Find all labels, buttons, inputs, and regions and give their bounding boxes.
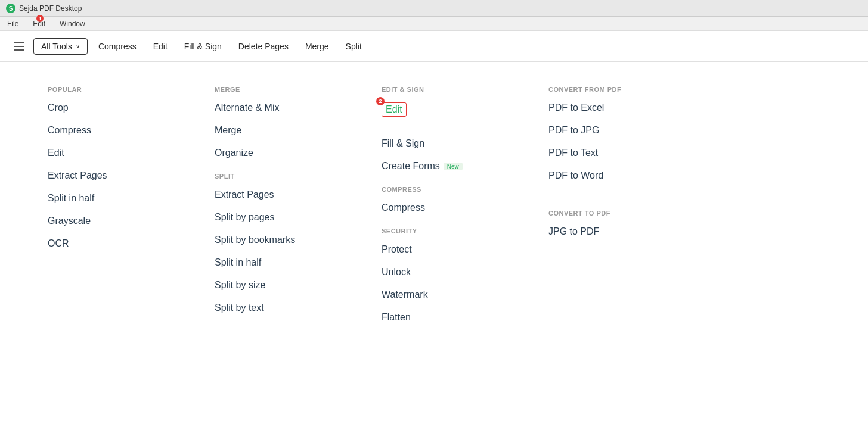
toolbar-split[interactable]: Split (340, 39, 368, 54)
step-badge-2: 2 (376, 97, 385, 105)
column-convert: CONVERT FROM PDF PDF to Excel PDF to JPG… (537, 86, 703, 335)
category-convert-to: CONVERT TO PDF (548, 210, 692, 217)
toolbar-compress[interactable]: Compress (92, 39, 142, 54)
tool-extract-pages-split[interactable]: Extract Pages (215, 189, 358, 200)
app-logo: S (6, 4, 16, 13)
tool-create-forms[interactable]: Create Forms New (382, 161, 525, 172)
category-split: SPLIT (215, 173, 358, 180)
tool-split-by-pages[interactable]: Split by pages (215, 212, 358, 223)
tool-ocr[interactable]: OCR (48, 238, 191, 249)
menu-file[interactable]: File (5, 18, 21, 29)
all-tools-button[interactable]: All Tools ∨ (33, 38, 88, 55)
column-popular: POPULAR Crop Compress Edit Extract Pages… (36, 86, 203, 335)
column-merge-split: MERGE Alternate & Mix Merge Organize SPL… (203, 86, 370, 335)
category-edit-sign: EDIT & SIGN (382, 86, 525, 93)
tool-split-in-half[interactable]: Split in half (215, 257, 358, 268)
tools-grid: POPULAR Crop Compress Edit Extract Pages… (36, 86, 832, 335)
svg-text:S: S (9, 5, 13, 12)
toolbar-merge[interactable]: Merge (299, 39, 335, 54)
toolbar-delete-pages[interactable]: Delete Pages (232, 39, 294, 54)
tool-crop[interactable]: Crop (48, 102, 191, 113)
column-edit-sign: EDIT & SIGN 2 Edit Fill & Sign Create Fo… (370, 86, 537, 335)
main-content: POPULAR Crop Compress Edit Extract Pages… (0, 62, 868, 427)
category-popular: POPULAR (48, 86, 191, 93)
tool-grayscale[interactable]: Grayscale (48, 216, 191, 226)
tool-split-by-size[interactable]: Split by size (215, 280, 358, 291)
app-title: Sejda PDF Desktop (19, 4, 82, 13)
category-convert-from: CONVERT FROM PDF (548, 86, 692, 93)
tool-pdf-to-text[interactable]: PDF to Text (548, 148, 692, 158)
tool-merge[interactable]: Merge (215, 125, 358, 136)
tool-extract-pages-popular[interactable]: Extract Pages (48, 170, 191, 181)
tool-pdf-to-word[interactable]: PDF to Word (548, 170, 692, 181)
title-bar: S Sejda PDF Desktop (0, 0, 868, 17)
tool-flatten[interactable]: Flatten (382, 312, 525, 323)
tool-watermark[interactable]: Watermark (382, 289, 525, 300)
new-badge: New (444, 163, 463, 170)
category-merge: MERGE (215, 86, 358, 93)
menu-bar: File Edit 1 Window (0, 17, 868, 31)
tool-split-by-bookmarks[interactable]: Split by bookmarks (215, 235, 358, 245)
tool-unlock[interactable]: Unlock (382, 267, 525, 278)
toolbar: All Tools ∨ Compress Edit Fill & Sign De… (0, 31, 868, 62)
tool-compress[interactable]: Compress (382, 202, 525, 213)
tool-split-in-half-popular[interactable]: Split in half (48, 193, 191, 204)
toolbar-fill-sign[interactable]: Fill & Sign (178, 39, 228, 54)
tool-edit-highlighted[interactable]: 2 Edit (382, 102, 407, 117)
tool-pdf-to-jpg[interactable]: PDF to JPG (548, 125, 692, 136)
menu-edit[interactable]: Edit 1 (30, 18, 48, 29)
tool-pdf-to-excel[interactable]: PDF to Excel (548, 102, 692, 113)
menu-window[interactable]: Window (57, 18, 88, 29)
tool-protect[interactable]: Protect (382, 244, 525, 255)
toolbar-edit[interactable]: Edit (147, 39, 173, 54)
tool-jpg-to-pdf[interactable]: JPG to PDF (548, 226, 692, 237)
tool-split-by-text[interactable]: Split by text (215, 303, 358, 313)
chevron-down-icon: ∨ (76, 43, 80, 49)
tool-alternate-mix[interactable]: Alternate & Mix (215, 102, 358, 113)
tool-compress-popular[interactable]: Compress (48, 125, 191, 136)
tool-organize[interactable]: Organize (215, 148, 358, 158)
step-badge-1: 1 (36, 15, 44, 22)
hamburger-button[interactable] (10, 37, 29, 56)
category-security: SECURITY (382, 227, 525, 235)
tool-fill-sign[interactable]: Fill & Sign (382, 138, 525, 149)
tool-edit-popular[interactable]: Edit (48, 148, 191, 158)
category-compress: COMPRESS (382, 186, 525, 193)
